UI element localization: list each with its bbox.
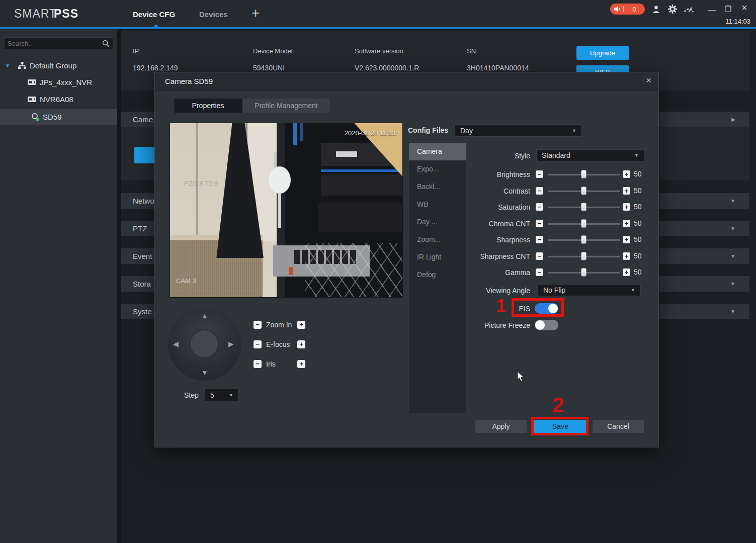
dialog-close-icon[interactable]: ×	[646, 75, 651, 86]
plus-button[interactable]: +	[623, 170, 630, 178]
annotation-box-save	[531, 417, 589, 435]
close-button[interactable]: ×	[741, 4, 747, 12]
device-label[interactable]: JPs_4xxx_NVR	[40, 78, 92, 86]
tree-device-row-selected[interactable]: SD59	[0, 109, 117, 125]
slider-track[interactable]	[548, 223, 620, 225]
info-label: Software version:	[355, 47, 405, 55]
viewing-angle-dropdown[interactable]: No Flip ▼	[538, 284, 641, 296]
slider-label: Chroma CNT	[437, 220, 530, 228]
tree-device-row[interactable]: NVR6A08	[28, 93, 73, 106]
step-label: Step	[184, 391, 199, 399]
search-input[interactable]	[5, 40, 102, 47]
maximize-button[interactable]: ❐	[725, 5, 731, 13]
slider-thumb[interactable]	[581, 268, 586, 277]
viewing-angle-label: Viewing Angle	[437, 287, 530, 295]
slider-track[interactable]	[548, 190, 620, 192]
tab-properties[interactable]: Properties	[174, 99, 242, 113]
slider-thumb[interactable]	[581, 252, 586, 260]
cancel-button[interactable]: Cancel	[593, 420, 644, 433]
expand-down-icon[interactable]: ▼	[730, 253, 735, 259]
slider-track[interactable]	[548, 239, 620, 241]
search-box[interactable]	[4, 37, 113, 49]
ptz-center-knob[interactable]	[190, 329, 219, 358]
config-files-dropdown[interactable]: Day ▼	[455, 124, 582, 137]
style-dropdown[interactable]: Standard ▼	[536, 149, 644, 161]
smartpss-window: SMART PSS Device CFG Devices + 0 — ❐ × 1…	[0, 0, 756, 543]
iris-plus-button[interactable]: +	[297, 360, 305, 368]
preview-rack-unit	[321, 174, 403, 196]
minus-button[interactable]: −	[536, 170, 543, 178]
minus-button[interactable]: −	[536, 252, 543, 260]
ptz-left-icon[interactable]: ◀	[173, 340, 179, 348]
plus-button[interactable]: +	[623, 220, 630, 227]
gear-icon[interactable]	[668, 5, 677, 14]
zoom-out-button[interactable]: −	[254, 321, 262, 329]
expand-down-icon[interactable]: ▼	[730, 226, 735, 231]
slider-track[interactable]	[548, 173, 620, 175]
tree-group-row[interactable]: ▼ Default Group	[5, 59, 76, 72]
preview-camera-pole	[278, 193, 281, 228]
plus-button[interactable]: +	[623, 203, 630, 211]
tab-profile-management[interactable]: Profile Management	[243, 99, 329, 113]
zoom-in-button[interactable]: +	[297, 321, 305, 329]
user-icon[interactable]	[652, 5, 660, 14]
slider-track[interactable]	[548, 255, 620, 257]
plus-button[interactable]: +	[623, 252, 630, 260]
add-tab-button[interactable]: +	[251, 5, 260, 21]
tab-device-cfg[interactable]: Device CFG	[133, 10, 175, 19]
preview-wire-shelf	[305, 243, 403, 298]
slider-thumb[interactable]	[581, 235, 586, 244]
app-logo: SMART	[14, 7, 57, 21]
expand-down-icon[interactable]: ▼	[730, 309, 735, 314]
info-value: 192.168.2.149	[133, 64, 178, 72]
tab-devices[interactable]: Devices	[199, 10, 228, 19]
alarm-badge[interactable]: 0	[610, 4, 645, 15]
minimize-button[interactable]: —	[708, 6, 716, 13]
ptz-down-icon[interactable]: ▼	[201, 369, 208, 377]
minus-button[interactable]: −	[536, 268, 543, 276]
mouse-cursor	[517, 371, 525, 382]
slider-track[interactable]	[548, 206, 620, 208]
device-label[interactable]: SD59	[43, 113, 62, 121]
minus-button[interactable]: −	[536, 203, 543, 211]
upgrade-button[interactable]: Upgrade	[576, 46, 629, 60]
focus-minus-button[interactable]: −	[254, 340, 262, 348]
expand-down-icon[interactable]: ▼	[730, 281, 735, 287]
slider-thumb[interactable]	[581, 170, 586, 178]
preview-led-stripe	[321, 169, 403, 172]
slider-thumb[interactable]	[581, 187, 586, 195]
ptz-up-icon[interactable]: ▲	[201, 312, 208, 320]
focus-plus-button[interactable]: +	[297, 340, 305, 348]
plus-button[interactable]: +	[623, 268, 630, 276]
device-tree-sidebar: ▼ Default Group JPs_4xxx_NVR NVR6A08 SD5…	[0, 29, 117, 543]
minus-button[interactable]: −	[536, 220, 543, 227]
expand-down-icon[interactable]: ▼	[730, 198, 735, 204]
slider-track[interactable]	[548, 272, 620, 274]
apply-button[interactable]: Apply	[475, 420, 527, 433]
minus-button[interactable]: −	[536, 187, 543, 195]
step-dropdown[interactable]: 5 ▼	[205, 389, 239, 401]
plus-button[interactable]: +	[623, 236, 630, 243]
ptz-pad[interactable]: ▲ ▼ ◀ ▶	[168, 308, 241, 381]
tree-expander-icon[interactable]: ▼	[5, 63, 10, 68]
settings-menu: Camera Expo... Backl... WB Day ... Zoom.…	[409, 143, 466, 413]
toggle-knob	[535, 320, 545, 330]
minus-button[interactable]: −	[536, 236, 543, 243]
gauge-icon[interactable]	[684, 6, 694, 13]
tree-device-row[interactable]: JPs_4xxx_NVR	[28, 75, 92, 88]
iris-minus-button[interactable]: −	[254, 360, 262, 368]
picture-freeze-toggle[interactable]	[535, 320, 558, 330]
slider-thumb[interactable]	[581, 203, 586, 211]
video-preview[interactable]: 2020-01-20 11:13: P2/2.8 T2.9 CAM 3	[170, 123, 403, 298]
search-icon[interactable]	[102, 40, 110, 47]
slider-label: Brightness	[437, 170, 530, 178]
slider-thumb[interactable]	[581, 219, 586, 228]
expand-right-icon[interactable]: ▶	[731, 117, 735, 122]
slider-value: 50	[634, 219, 642, 227]
alarm-count: 0	[624, 6, 645, 13]
preview-rack-unit	[318, 203, 403, 232]
ptz-right-icon[interactable]: ▶	[228, 340, 234, 348]
device-label[interactable]: NVR6A08	[40, 95, 73, 104]
plus-button[interactable]: +	[623, 187, 630, 195]
group-label[interactable]: Default Group	[30, 61, 76, 70]
